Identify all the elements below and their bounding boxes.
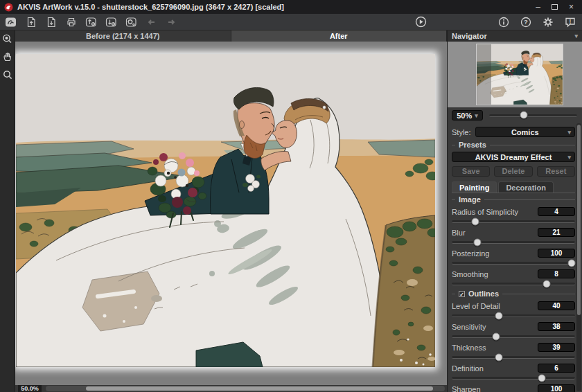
zoom-level-dropdown[interactable]: 50% ▾ [452, 110, 483, 121]
printer-icon [66, 17, 77, 28]
slider-track[interactable] [452, 377, 575, 380]
slider-handle[interactable] [495, 353, 502, 361]
horizontal-scrollbar-thumb[interactable] [86, 386, 433, 391]
navigator-title: Navigator [452, 32, 487, 40]
maximize-button[interactable] [552, 4, 558, 10]
undo-button[interactable] [143, 15, 159, 29]
slider-label: Radius of Simplicity [452, 208, 518, 216]
slider-value-box[interactable]: 39 [538, 343, 575, 352]
preferences-button[interactable] [540, 15, 556, 29]
hand-icon [2, 51, 13, 62]
delete-preset-button[interactable]: Delete [494, 166, 532, 177]
chevron-down-icon: ▾ [574, 33, 578, 39]
info-icon [498, 17, 509, 28]
image-group-title: Image [452, 195, 575, 204]
slider-value-box[interactable]: 38 [538, 322, 575, 331]
slider-track[interactable] [452, 220, 575, 223]
slider-label: Smoothing [452, 270, 488, 278]
image-group: Image Radius of Simplicity 4 Blur 21 Pos… [452, 195, 575, 285]
play-icon [415, 16, 427, 28]
navigator-thumbnail[interactable] [477, 44, 563, 105]
quick-preview-icon [1, 33, 13, 45]
horizontal-scrollbar[interactable] [46, 386, 445, 391]
open-image-button[interactable] [23, 15, 39, 29]
slider-level-of-detail: Level of Detail 40 [452, 301, 575, 317]
effect-settings: Style: Comics ▾ Presets AKVIS Dreamy Eff… [448, 123, 582, 392]
slider-value-box[interactable]: 6 [538, 364, 575, 373]
slider-value-box[interactable]: 40 [538, 301, 575, 310]
panel-scrollbar[interactable] [576, 123, 581, 391]
quick-preview-tool[interactable] [1, 33, 14, 45]
feedback-button[interactable]: ! [562, 15, 578, 29]
slider-handle[interactable] [474, 238, 482, 246]
image-canvas[interactable] [15, 42, 447, 385]
app-logo-icon [4, 3, 13, 12]
zoom-slider[interactable] [489, 114, 577, 117]
navigator-preview-area[interactable] [448, 42, 582, 107]
chevron-down-icon: ▾ [567, 129, 571, 136]
slider-handle[interactable] [471, 217, 479, 225]
style-dropdown[interactable]: Comics ▾ [475, 127, 575, 137]
export-presets-icon [105, 17, 117, 28]
navigator-header[interactable]: Navigator ▾ [448, 30, 582, 42]
slider-value-box[interactable]: 100 [538, 384, 575, 392]
help-button[interactable]: ? [518, 15, 534, 29]
about-button[interactable] [495, 15, 511, 29]
zoom-slider-handle[interactable] [520, 112, 527, 119]
outlines-checkbox[interactable]: ✓ [459, 291, 465, 297]
slider-sensitivity: Sensitivity 38 [452, 321, 575, 338]
slider-value-box[interactable]: 8 [538, 269, 575, 278]
print-button[interactable] [63, 15, 79, 29]
save-image-button[interactable] [43, 15, 59, 29]
slider-handle[interactable] [543, 280, 551, 287]
window-title: AKVIS ArtWork v.15.0 - shutterstock_6257… [17, 3, 284, 11]
panel-scrollbar-thumb[interactable] [577, 125, 581, 315]
hand-tool[interactable] [1, 51, 14, 63]
tab-before[interactable]: Before (2174 x 1447) [15, 30, 231, 42]
magnifier-icon [2, 69, 13, 80]
slider-handle[interactable] [567, 259, 575, 267]
tab-after[interactable]: After [231, 30, 448, 42]
import-presets-icon [85, 17, 97, 28]
slider-value-box[interactable]: 21 [538, 228, 575, 237]
run-processing-button[interactable] [413, 15, 429, 29]
close-button[interactable]: × [569, 1, 574, 13]
svg-text:!: ! [569, 17, 571, 24]
save-preset-button[interactable]: Save [452, 166, 490, 177]
slider-handle[interactable] [495, 312, 502, 319]
batch-processing-button[interactable] [123, 15, 139, 29]
slider-handle[interactable] [493, 332, 500, 340]
gear-icon [543, 17, 554, 28]
reset-preset-button[interactable]: Reset [537, 166, 575, 177]
outlines-group-header: ✓ Outlines [452, 289, 575, 298]
processed-artwork-image [16, 54, 435, 367]
preset-dropdown[interactable]: AKVIS Dreamy Effect ▾ [452, 152, 575, 162]
export-presets-button[interactable] [103, 15, 119, 29]
presets-group-title: Presets [452, 141, 575, 149]
akvis-artwork-window: AKVIS ArtWork v.15.0 - shutterstock_6257… [0, 0, 582, 392]
slider-track[interactable] [452, 335, 575, 338]
presets-group: Presets AKVIS Dreamy Effect ▾ Save Delet… [452, 141, 575, 177]
redo-button[interactable] [164, 15, 179, 29]
slider-track[interactable] [452, 283, 575, 285]
slider-track[interactable] [452, 262, 575, 265]
slider-track[interactable] [452, 314, 575, 317]
slider-value-box[interactable]: 4 [538, 207, 575, 216]
slider-label: Blur [452, 229, 466, 237]
slider-track[interactable] [452, 241, 575, 244]
tab-painting[interactable]: Painting [452, 181, 497, 193]
slider-track[interactable] [452, 356, 575, 359]
minimize-button[interactable]: – [536, 1, 540, 13]
slider-label: Posterizing [452, 249, 489, 258]
import-presets-button[interactable] [83, 15, 99, 29]
tab-decoration[interactable]: Decoration [498, 181, 553, 193]
slider-value-box[interactable]: 100 [538, 249, 575, 258]
navigator-offview-shade [477, 44, 491, 105]
batch-gear-icon [125, 17, 137, 28]
slider-label: Sharpen [452, 385, 481, 392]
undo-arrow-icon [146, 17, 157, 27]
zoom-tool[interactable] [1, 69, 14, 81]
slider-handle[interactable] [538, 374, 545, 382]
help-icon: ? [520, 17, 531, 28]
app-workspace-button[interactable] [3, 15, 19, 29]
